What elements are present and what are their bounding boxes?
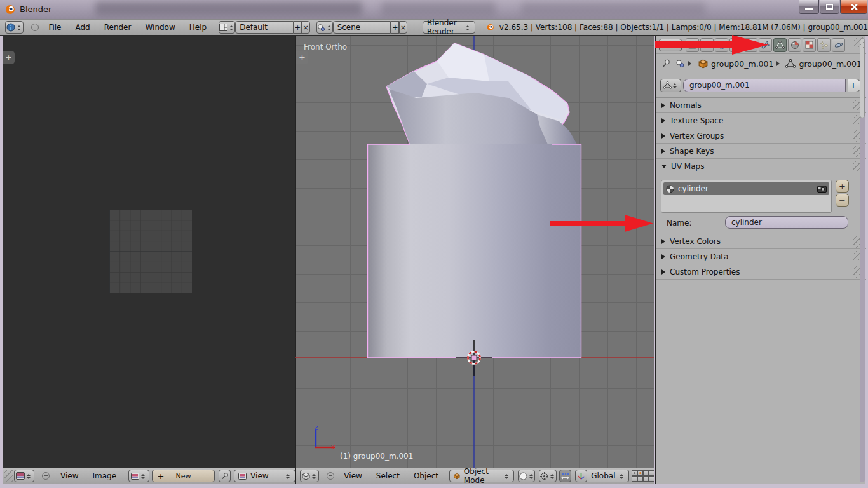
panel-vertex-colors[interactable]: Vertex Colors [656, 234, 866, 249]
editor-type-selector-properties[interactable] [659, 39, 682, 51]
mesh-datablock-selector[interactable] [660, 79, 681, 92]
screen-layout-icon-button[interactable] [219, 21, 235, 34]
render-camera-icon[interactable] [817, 185, 827, 193]
corner-grip[interactable] [854, 37, 864, 48]
tab-object-data[interactable] [773, 38, 787, 52]
uv-menu-view[interactable]: View [53, 471, 85, 480]
panel-normals[interactable]: Normals [656, 98, 866, 113]
panel-list: Normals Texture Space Vertex Groups Shap… [656, 97, 866, 280]
manipulator-toggle[interactable] [559, 470, 571, 482]
add-uv-map-button[interactable]: + [836, 180, 849, 193]
editor-type-selector-3d[interactable] [300, 470, 319, 482]
view3d-editor-icon [302, 472, 310, 480]
updown-arrows-icon [529, 471, 534, 481]
uv-image-editor[interactable]: + [3, 36, 295, 468]
uv-name-label: Name: [667, 219, 691, 227]
tab-object[interactable] [729, 38, 743, 52]
uv-name-field[interactable]: cylinder [725, 216, 848, 229]
vp-menu-object[interactable]: Object [407, 471, 445, 480]
region-expand-handle[interactable]: + [3, 51, 15, 64]
uv-display-mode-select[interactable]: View [234, 470, 295, 482]
plus-icon: + [158, 471, 165, 481]
region-expand-handle[interactable]: + [296, 51, 308, 64]
tab-constraints[interactable] [744, 38, 757, 52]
menu-help[interactable]: Help [182, 23, 214, 32]
editor-type-selector-info[interactable]: i [5, 21, 24, 34]
maximize-button[interactable] [820, 0, 839, 14]
minimize-button[interactable] [799, 0, 819, 14]
menu-render[interactable]: Render [97, 23, 139, 32]
layers-widget[interactable] [632, 470, 654, 482]
tab-world[interactable] [715, 38, 728, 52]
scene-datablock-icon[interactable] [675, 59, 685, 68]
uv-maps-list[interactable]: cylinder [661, 180, 832, 213]
breadcrumb-data-name[interactable]: group00_m.001 [799, 59, 861, 69]
panel-shape-keys[interactable]: Shape Keys [656, 144, 866, 159]
scene-field[interactable]: Scene [333, 21, 391, 34]
interaction-mode-select[interactable]: Object Mode [449, 470, 514, 482]
tab-modifiers[interactable] [759, 38, 772, 52]
editor-type-selector-image[interactable] [14, 470, 34, 482]
add-scene-button[interactable]: + [391, 21, 399, 34]
corner-grip[interactable] [4, 470, 13, 482]
datablock-name-field[interactable]: group00_m.001 [683, 79, 846, 92]
object-cube-icon[interactable] [698, 59, 708, 69]
tab-render[interactable] [686, 38, 699, 52]
tab-material[interactable] [788, 38, 801, 52]
render-engine-select[interactable]: Blender Render [423, 21, 475, 34]
remove-uv-map-button[interactable]: − [836, 194, 849, 207]
collapse-menus-icon[interactable] [31, 24, 39, 31]
fake-user-button[interactable]: F [848, 79, 861, 92]
pin-image-toggle[interactable] [219, 470, 231, 482]
blender-logo-icon [487, 22, 494, 32]
transform-orientation-select[interactable]: Global [587, 470, 629, 482]
scene-icon-button[interactable] [316, 21, 333, 34]
tab-physics[interactable] [832, 38, 845, 52]
breadcrumb-object-name[interactable]: group00_m.001 [711, 59, 773, 69]
panel-texture-space[interactable]: Texture Space [656, 113, 866, 128]
close-button[interactable] [840, 0, 867, 14]
panel-uv-maps[interactable]: UV Maps [656, 159, 866, 174]
tab-texture[interactable] [803, 38, 816, 52]
pin-icon[interactable] [662, 59, 670, 68]
image-datablock-selector[interactable] [128, 470, 149, 482]
add-layout-button[interactable]: + [294, 21, 302, 34]
menu-window[interactable]: Window [138, 23, 182, 32]
minimize-icon [805, 8, 813, 10]
mesh-data-icon[interactable] [785, 59, 796, 68]
window-titlebar[interactable]: Blender [0, 0, 868, 19]
vp-menu-select[interactable]: Select [369, 471, 407, 480]
breadcrumb-separator-icon [776, 61, 780, 66]
viewport-3d[interactable]: + [295, 36, 654, 468]
background-window-smudge [521, 1, 705, 15]
panel-geometry-data[interactable]: Geometry Data [656, 249, 866, 264]
updown-arrows-icon [285, 471, 291, 481]
scrollbar-thumb[interactable] [860, 38, 865, 118]
image-editor-icon [16, 472, 25, 480]
vp-menu-view[interactable]: View [337, 471, 369, 480]
menu-add[interactable]: Add [68, 23, 97, 32]
updown-arrows-icon [465, 23, 471, 32]
screen-layout-field[interactable]: Default [235, 21, 294, 34]
uv-menu-image[interactable]: Image [85, 471, 123, 480]
panel-custom-properties[interactable]: Custom Properties [656, 264, 866, 280]
tab-particles[interactable] [817, 38, 831, 52]
axis-x-label: x [331, 443, 336, 451]
collapse-menus-icon[interactable] [42, 472, 50, 480]
tab-scene[interactable] [700, 38, 714, 52]
orientation-axis-button[interactable] [575, 470, 587, 482]
pivot-point-select[interactable] [539, 470, 556, 482]
viewport-shading-select[interactable] [518, 470, 535, 482]
delete-scene-button[interactable]: × [399, 21, 407, 34]
uv-map-list-item[interactable]: cylinder [663, 182, 829, 195]
new-image-button[interactable]: + New [152, 470, 215, 482]
updown-arrows-icon [229, 23, 234, 32]
render-camera-icon [688, 41, 697, 49]
panel-vertex-groups[interactable]: Vertex Groups [656, 128, 866, 144]
properties-scrollbar[interactable] [860, 38, 865, 482]
delete-layout-button[interactable]: × [302, 21, 310, 34]
updown-arrows-icon [550, 471, 555, 481]
menu-file[interactable]: File [41, 23, 68, 32]
datablock-name-row: group00_m.001 F [656, 76, 866, 95]
collapse-menus-icon[interactable] [327, 472, 334, 480]
